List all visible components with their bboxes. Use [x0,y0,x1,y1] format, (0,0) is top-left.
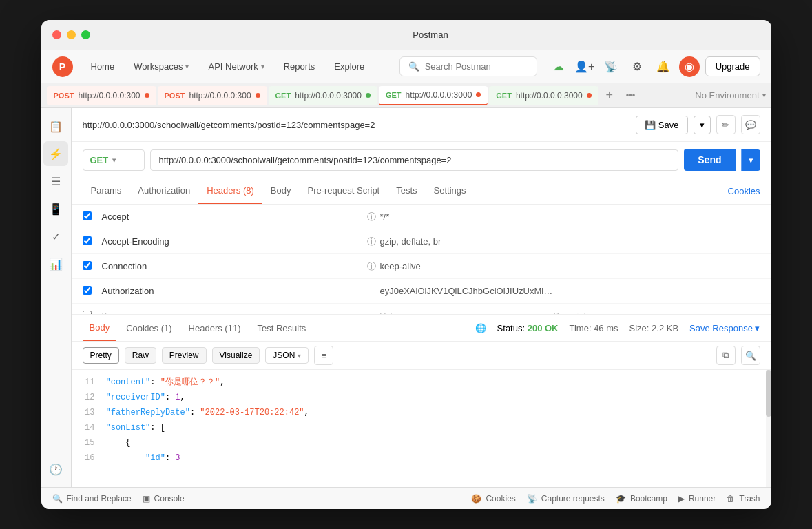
cookies-link[interactable]: Cookies [728,179,760,203]
copy-response-button[interactable]: ⧉ [716,346,736,365]
console-button[interactable]: ▣ Console [143,494,185,504]
resp-tab-body[interactable]: Body [83,315,117,341]
tab-body[interactable]: Body [262,178,300,204]
header-checkbox-accept[interactable] [83,211,96,222]
header-info-icon[interactable]: ⓘ [364,211,380,223]
comment-icon[interactable]: 💬 [741,115,760,134]
nav-home[interactable]: Home [84,57,122,76]
capture-requests-button[interactable]: 📡 Capture requests [527,494,605,504]
minimize-button[interactable] [67,30,76,39]
send-button[interactable]: Send [684,149,735,171]
save-dropdown-button[interactable]: ▾ [694,116,711,134]
format-type-select[interactable]: JSON ▾ [265,347,309,364]
sidebar-icon-environments[interactable]: 📱 [43,196,68,221]
notifications-icon[interactable]: 🔔 [653,56,674,77]
bootcamp-button[interactable]: 🎓 Bootcamp [616,494,667,504]
new-tab-button[interactable]: + [600,86,619,105]
format-pretty-button[interactable]: Pretty [83,347,119,364]
save-response-button[interactable]: Save Response ▾ [689,323,760,333]
close-button[interactable] [52,30,61,39]
cookies-status-icon: 🍪 [471,494,481,504]
wrap-lines-button[interactable]: ≡ [314,346,333,365]
send-dropdown-button[interactable]: ▾ [741,149,760,171]
url-input[interactable] [150,149,679,171]
resp-tab-test-results[interactable]: Test Results [250,316,313,340]
resp-tab-headers[interactable]: Headers (11) [182,316,248,340]
add-user-icon[interactable]: 👤+ [574,56,595,77]
format-preview-button[interactable]: Preview [162,347,207,364]
tab-authorization[interactable]: Authorization [129,178,198,204]
sidebar-icon-new[interactable]: 📋 [43,114,68,138]
header-row-accept-encoding: Accept-Encoding ⓘ gzip, deflate, br [72,229,771,254]
environment-selector[interactable]: No Environment ▾ [695,90,765,101]
postman-logo[interactable]: P [52,56,73,77]
header-key-connection: Connection [102,261,364,271]
tab-get-1[interactable]: GET http://0.0.0.0:3000 [269,86,377,105]
env-chevron-icon: ▾ [762,92,766,99]
tab-tests[interactable]: Tests [388,178,425,204]
save-button[interactable]: 💾 Save [636,116,688,134]
status-bar: 🔍 Find and Replace ▣ Console 🍪 Cookies 📡… [41,487,771,509]
header-new-row[interactable]: Key Value Description [72,304,771,315]
tab-settings[interactable]: Settings [426,178,475,204]
user-avatar[interactable]: ◉ [679,56,700,77]
edit-icon[interactable]: ✏ [716,115,736,134]
sidebar-icon-mock[interactable]: ✓ [43,224,68,249]
nav-workspaces[interactable]: Workspaces ▾ [127,57,196,76]
tab-post-1[interactable]: POST http://0.0.0.0:300 [47,86,156,105]
response-tabs: Body Cookies (1) Headers (11) Test Resul… [72,315,771,342]
method-select[interactable]: GET ▾ [83,149,145,171]
tab-indicator [587,93,592,98]
header-info-icon[interactable]: ⓘ [364,260,380,273]
header-checkbox-accept-encoding[interactable] [83,236,96,247]
header-checkbox-authorization[interactable] [83,286,96,297]
request-tabs-bar: POST http://0.0.0.0:300 POST http://0.0.… [41,83,771,108]
resp-tab-cookies[interactable]: Cookies (1) [119,316,178,340]
request-header: http://0.0.0.0:3000/schoolwall/getcommen… [72,108,771,142]
nav-api-network[interactable]: API Network ▾ [201,57,271,76]
search-bar[interactable]: 🔍 [399,56,537,76]
tab-method-label: POST [54,92,74,100]
sidebar-icon-history[interactable]: 🕐 [43,457,68,481]
cookies-status-button[interactable]: 🍪 Cookies [471,494,515,504]
tab-url: http://0.0.0.0:300 [189,91,251,101]
format-visualize-button[interactable]: Visualize [212,347,260,364]
runner-button[interactable]: ▶ Runner [678,494,716,504]
tab-post-2[interactable]: POST http://0.0.0.0:300 [158,86,267,105]
code-line-12: 12 "receiverID": 1, [72,391,771,406]
header-checkbox-connection[interactable] [83,261,96,272]
header-info-icon[interactable]: ⓘ [364,236,380,248]
sidebar-icon-apis[interactable]: ☰ [43,169,68,194]
maximize-button[interactable] [81,30,90,39]
tab-get-2-active[interactable]: GET http://0.0.0.0:3000 [379,86,488,105]
nav-explore[interactable]: Explore [327,57,371,76]
settings-icon[interactable]: ⚙ [627,56,647,77]
tab-pre-request[interactable]: Pre-request Script [299,178,388,204]
response-area: Body Cookies (1) Headers (11) Test Resul… [72,315,771,487]
cloud-sync-icon[interactable]: ☁ [548,56,569,77]
tab-params[interactable]: Params [83,178,130,204]
format-raw-button[interactable]: Raw [125,347,156,364]
workspaces-chevron-icon: ▾ [185,63,189,70]
tab-url: http://0.0.0.0:3000 [516,91,583,101]
scrollbar[interactable] [766,370,771,487]
find-replace-button[interactable]: 🔍 Find and Replace [52,494,132,504]
trash-button[interactable]: 🗑 Trash [727,494,760,504]
scroll-thumb[interactable] [766,370,771,417]
main-layout: 📋 ⚡ ☰ 📱 ✓ 📊 🕐 http://0.0.0.0:3000/school… [41,108,771,487]
search-input[interactable] [425,61,528,72]
tab-indicator [256,93,260,98]
sidebar-icon-collections[interactable]: ⚡ [43,141,68,166]
tab-headers[interactable]: Headers (8) [198,178,262,204]
sidebar-icon-monitors[interactable]: 📊 [43,251,68,276]
more-tabs-button[interactable]: ••• [621,90,641,101]
upgrade-button[interactable]: Upgrade [705,56,760,76]
satellite-icon[interactable]: 📡 [601,56,621,77]
nav-reports[interactable]: Reports [277,57,322,76]
search-response-button[interactable]: 🔍 [741,346,760,365]
save-icon: 💾 [645,120,656,130]
json-chevron-icon: ▾ [298,352,301,360]
request-subtabs: Params Authorization Headers (8) Body Pr… [72,178,771,205]
tab-get-3[interactable]: GET http://0.0.0.0:3000 [489,86,598,105]
code-line-11: 11 "content": "你是哪位？？", [72,375,771,391]
